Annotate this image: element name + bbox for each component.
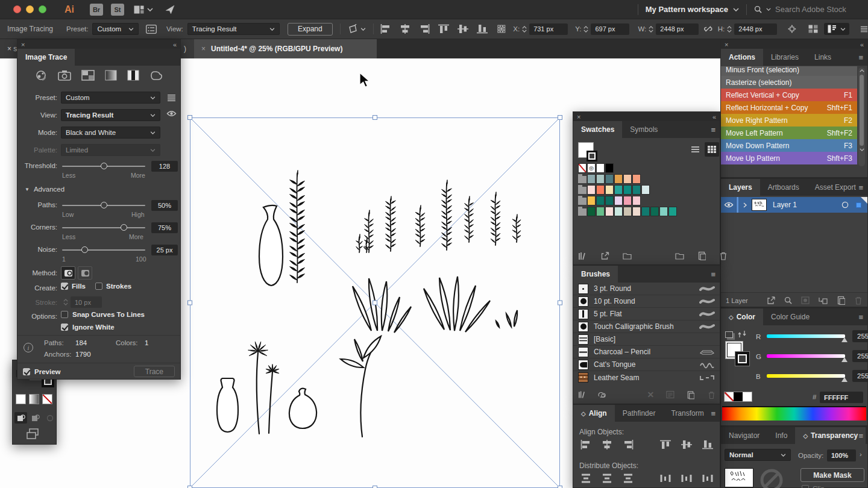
panel-menu-icon[interactable]: ≡: [711, 121, 715, 138]
corners-slider[interactable]: [62, 227, 145, 228]
preset-menu-icon[interactable]: [167, 94, 176, 101]
g-slider[interactable]: [767, 354, 845, 358]
action-item[interactable]: Rasterize (selection): [721, 76, 857, 89]
y-stepper[interactable]: [583, 26, 588, 33]
artboard-tool-icon[interactable]: [348, 24, 366, 34]
actions-scrollbar[interactable]: [858, 67, 865, 166]
layer-name[interactable]: Layer 1: [773, 201, 797, 209]
swatch[interactable]: [596, 163, 605, 173]
tab-asset-export[interactable]: Asset Export: [807, 179, 864, 196]
b-value[interactable]: 255: [852, 370, 868, 382]
swatch[interactable]: [605, 174, 614, 184]
swatch-grid[interactable]: ◎: [578, 163, 715, 230]
layer-row[interactable]: Layer 1: [721, 197, 867, 213]
align-top-button[interactable]: [438, 24, 449, 34]
eye-icon[interactable]: [166, 110, 177, 117]
brush-options-icon[interactable]: [666, 390, 675, 399]
brush-row[interactable]: 5 pt. Flat: [573, 308, 720, 321]
tab-info[interactable]: Info: [767, 427, 795, 444]
opacity-input[interactable]: 100%: [827, 449, 856, 461]
tab-libraries[interactable]: Libraries: [763, 49, 807, 66]
swatch-group-folder-icon[interactable]: [578, 198, 587, 205]
paths-value[interactable]: 50%: [151, 200, 178, 211]
panel-menu-icon[interactable]: ≡: [858, 49, 863, 66]
panel-menu-icon[interactable]: ≡: [858, 427, 863, 444]
threshold-slider[interactable]: [62, 166, 145, 167]
tab-symbols[interactable]: Symbols: [622, 121, 665, 138]
reference-point-grid[interactable]: [497, 24, 506, 34]
distribute-vcenter-button[interactable]: [602, 474, 612, 483]
black-chip[interactable]: [734, 392, 743, 401]
screen-mode-button[interactable]: [26, 428, 42, 440]
list-view-button[interactable]: [688, 142, 702, 157]
method-abutting-button[interactable]: [61, 266, 75, 280]
fills-checkbox[interactable]: [61, 283, 68, 290]
b-slider[interactable]: [767, 374, 845, 378]
swatch[interactable]: [587, 174, 596, 184]
collapse-icon[interactable]: «: [712, 113, 716, 120]
distribute-hcenter-button[interactable]: [681, 474, 692, 483]
swatch-group-folder-icon[interactable]: [578, 208, 587, 216]
distribute-top-button[interactable]: [580, 474, 591, 483]
tab-transparency[interactable]: ◇Transparency: [795, 427, 866, 444]
panel-menu-icon[interactable]: ≡: [858, 179, 863, 196]
swatch[interactable]: [605, 163, 614, 173]
action-item[interactable]: Move Up PatternShft+F3: [721, 152, 857, 164]
view-dropdown[interactable]: Tracing Result: [61, 109, 160, 121]
brush-libraries-icon[interactable]: [578, 390, 587, 399]
swatch[interactable]: [596, 196, 605, 205]
tab-pathfinder[interactable]: Pathfinder: [615, 405, 664, 422]
layer-target-icon[interactable]: [841, 201, 849, 208]
swatch[interactable]: [614, 185, 623, 195]
brush-row[interactable]: Touch Calligraphic Brush: [573, 321, 720, 333]
hex-input[interactable]: FFFFFF: [820, 392, 863, 403]
window-minimize-button[interactable]: [26, 5, 34, 13]
outline-icon[interactable]: [149, 70, 163, 81]
trace-button[interactable]: Trace: [134, 366, 175, 377]
align-middle-button[interactable]: [458, 24, 468, 34]
high-color-icon[interactable]: [58, 70, 71, 81]
brush-row[interactable]: Charcoal – Pencil: [573, 346, 720, 358]
new-sublayer-icon[interactable]: [819, 296, 828, 305]
x-input[interactable]: 731 px: [529, 23, 568, 35]
brush-row[interactable]: 10 pt. Round: [573, 295, 720, 308]
h-stepper[interactable]: [727, 26, 732, 33]
white-chip[interactable]: [743, 392, 752, 401]
w-input[interactable]: 2448 px: [656, 23, 699, 35]
blend-mode-dropdown[interactable]: Normal: [725, 449, 791, 461]
threshold-value[interactable]: 128: [151, 161, 178, 172]
black-white-icon[interactable]: [127, 70, 139, 81]
action-item[interactable]: Move Down PatternF3: [721, 139, 857, 152]
tab-color-guide[interactable]: Color Guide: [763, 308, 817, 325]
swatch-libraries-icon[interactable]: [578, 252, 587, 260]
align-left-button[interactable]: [580, 440, 591, 449]
swatch[interactable]: [641, 207, 650, 216]
document-tab-active[interactable]: × Untitled-4* @ 25% (RGB/GPU Preview): [194, 39, 377, 58]
swatch[interactable]: [605, 185, 614, 195]
swatch[interactable]: [587, 185, 596, 195]
layer-expand-chevron[interactable]: [743, 202, 747, 208]
swatch-group-folder-icon[interactable]: [578, 187, 587, 194]
collapse-icon[interactable]: «: [173, 41, 177, 48]
tab-artboards[interactable]: Artboards: [760, 179, 807, 196]
action-item[interactable]: Move Right PatternF2: [721, 114, 857, 127]
libraries-panel-icon[interactable]: [597, 390, 606, 399]
strokes-checkbox[interactable]: [95, 283, 102, 290]
none-fill-button[interactable]: [42, 394, 52, 404]
swatch[interactable]: [632, 196, 641, 205]
constrain-proportions-icon[interactable]: [703, 25, 713, 33]
r-value[interactable]: 255: [852, 330, 868, 342]
swatch[interactable]: [623, 196, 632, 205]
tab-image-trace[interactable]: Image Trace: [17, 49, 75, 66]
brush-row[interactable]: Cat's Tongue: [573, 358, 720, 371]
swatch-kinds-icon[interactable]: [623, 252, 632, 260]
align-top-button[interactable]: [660, 440, 671, 449]
bridge-app-button[interactable]: Br: [90, 4, 103, 16]
align-center-button[interactable]: [400, 24, 410, 34]
opacity-chevron-icon[interactable]: ›: [860, 451, 862, 458]
distribute-bottom-button[interactable]: [623, 474, 634, 483]
swatch[interactable]: [587, 196, 596, 205]
align-middle-button[interactable]: [681, 440, 692, 449]
tab-align[interactable]: ◇Align: [573, 405, 615, 422]
swatch[interactable]: [641, 185, 650, 195]
